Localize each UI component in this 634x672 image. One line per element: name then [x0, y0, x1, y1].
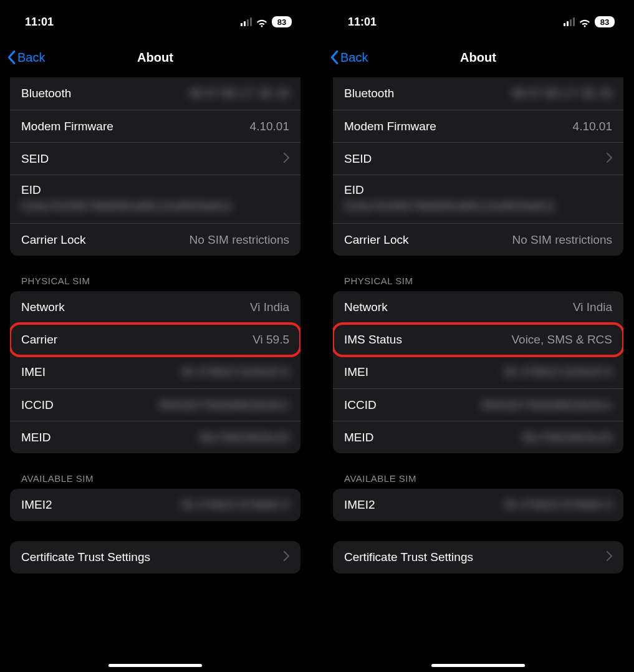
eid-row[interactable]: EID 018a7632867888682a88122a9629a812	[333, 175, 623, 223]
row-label: MEID	[344, 431, 374, 444]
home-indicator[interactable]	[431, 664, 525, 667]
chevron-right-icon	[607, 153, 612, 165]
meid-row[interactable]: MEID 35x78923829x29	[10, 421, 300, 453]
chevron-left-icon	[329, 50, 339, 65]
phone-right: 11:01 83 Back About Bluetooth 88 67 B5 C…	[323, 0, 633, 672]
physical-sim-group: Network Vi India Carrier Vi 59.5 IMEI 35…	[10, 291, 300, 453]
imei2-row[interactable]: IMEI2 35 478923 878984 9	[10, 489, 300, 521]
physical-sim-header: PHYSICAL SIM	[333, 276, 623, 286]
carrier-row[interactable]: Carrier Vi 59.5	[10, 324, 300, 356]
row-label: IMEI2	[344, 498, 375, 512]
row-value: 35x78923829x29	[521, 431, 612, 444]
home-indicator[interactable]	[108, 664, 202, 667]
status-icons: 83	[564, 16, 615, 27]
status-icons: 83	[241, 16, 292, 27]
row-value: 35 478923 878984 9	[181, 498, 289, 512]
device-info-group: Bluetooth 88 67 B5 C7 3E 28 Modem Firmwa…	[333, 77, 623, 256]
available-sim-group: IMEI2 35 478923 878984 9	[333, 489, 623, 521]
row-label: ICCID	[21, 398, 54, 412]
row-label: Bluetooth	[21, 87, 71, 100]
about-content: Bluetooth 88 67 B5 C7 3E 28 Modem Firmwa…	[323, 77, 633, 672]
row-label: SEID	[21, 152, 49, 166]
modem-firmware-row[interactable]: Modem Firmware 4.10.01	[10, 110, 300, 142]
available-sim-group: IMEI2 35 478923 878984 9	[10, 489, 300, 521]
chevron-right-icon	[284, 153, 289, 165]
row-value: 88 67 B5 C7 3E 28	[512, 87, 612, 100]
row-label: Modem Firmware	[21, 120, 113, 133]
phone-left: 11:01 83 Back About Bluetooth 88 67 B5 C…	[0, 0, 310, 672]
row-label: IMEI	[21, 365, 46, 379]
meid-row[interactable]: MEID 35x78923829x29	[333, 421, 623, 453]
physical-sim-header: PHYSICAL SIM	[10, 276, 300, 286]
carrier-lock-row[interactable]: Carrier Lock No SIM restrictions	[10, 223, 300, 256]
physical-sim-group: Network Vi India IMS Status Voice, SMS &…	[333, 291, 623, 453]
row-value: Vi India	[573, 300, 612, 314]
row-label: Certificate Trust Settings	[21, 550, 150, 564]
network-row[interactable]: Network Vi India	[10, 291, 300, 324]
row-value: 4.10.01	[250, 120, 289, 133]
row-label: Certificate Trust Settings	[344, 550, 473, 564]
modem-firmware-row[interactable]: Modem Firmware 4.10.01	[333, 110, 623, 142]
bluetooth-row[interactable]: Bluetooth 88 67 B5 C7 3E 28	[10, 77, 300, 110]
row-label: IMEI2	[21, 498, 52, 512]
imei2-row[interactable]: IMEI2 35 478923 878984 9	[333, 489, 623, 521]
row-label: Carrier Lock	[21, 233, 85, 247]
row-label: Network	[21, 300, 65, 314]
available-sim-header: AVAILABLE SIM	[333, 473, 623, 484]
back-button[interactable]: Back	[329, 50, 368, 65]
eid-row[interactable]: EID 018a7632867888682a88122a9629a812	[10, 175, 300, 223]
available-sim-header: AVAILABLE SIM	[10, 473, 300, 484]
row-label: Network	[344, 300, 388, 314]
carrier-lock-row[interactable]: Carrier Lock No SIM restrictions	[333, 223, 623, 256]
chevron-left-icon	[6, 50, 16, 65]
row-value: 018a7632867888682a88122a9629a812	[21, 199, 232, 213]
row-label: EID	[21, 183, 41, 197]
status-time: 11:01	[25, 16, 54, 29]
row-value: Voice, SMS & RCS	[511, 333, 612, 347]
status-bar: 11:01 83	[323, 6, 633, 37]
row-label: Carrier	[21, 333, 57, 347]
battery-icon: 83	[595, 16, 615, 27]
row-label: IMS Status	[344, 333, 402, 347]
status-time: 11:01	[348, 16, 377, 29]
cert-group: Certificate Trust Settings	[10, 541, 300, 574]
iccid-row[interactable]: ICCID 8991827358288528x8x1	[333, 388, 623, 421]
row-value: No SIM restrictions	[190, 233, 289, 247]
wifi-icon	[256, 17, 268, 26]
ims-status-row[interactable]: IMS Status Voice, SMS & RCS	[333, 324, 623, 356]
back-button[interactable]: Back	[6, 50, 45, 65]
row-value: 4.10.01	[573, 120, 612, 133]
bluetooth-row[interactable]: Bluetooth 88 67 B5 C7 3E 28	[333, 77, 623, 110]
nav-bar: Back About	[323, 44, 633, 71]
back-label: Back	[340, 50, 368, 65]
page-title: About	[323, 50, 633, 65]
row-value: 8991827358288528x8x1	[159, 398, 289, 412]
row-value: 35 478923 878984 9	[504, 498, 612, 512]
imei-row[interactable]: IMEI 35 478923 629429 8	[333, 356, 623, 388]
certificate-trust-row[interactable]: Certificate Trust Settings	[10, 541, 300, 574]
iccid-row[interactable]: ICCID 8991827358288528x8x1	[10, 388, 300, 421]
row-value: Vi India	[250, 300, 289, 314]
row-label: SEID	[344, 152, 372, 166]
imei-row[interactable]: IMEI 35 478923 629429 8	[10, 356, 300, 388]
certificate-trust-row[interactable]: Certificate Trust Settings	[333, 541, 623, 574]
chevron-right-icon	[607, 551, 612, 564]
cellular-signal-icon	[564, 17, 575, 26]
seid-row[interactable]: SEID	[333, 142, 623, 175]
battery-icon: 83	[272, 16, 292, 27]
seid-row[interactable]: SEID	[10, 142, 300, 175]
row-value: 018a7632867888682a88122a9629a812	[344, 199, 555, 213]
row-label: Modem Firmware	[344, 120, 436, 133]
row-label: Bluetooth	[344, 87, 394, 100]
device-info-group: Bluetooth 88 67 B5 C7 3E 28 Modem Firmwa…	[10, 77, 300, 256]
row-value: 35x78923829x29	[198, 431, 289, 444]
row-label: ICCID	[344, 398, 377, 412]
cellular-signal-icon	[241, 17, 252, 26]
cert-group: Certificate Trust Settings	[333, 541, 623, 574]
status-bar: 11:01 83	[0, 6, 310, 37]
network-row[interactable]: Network Vi India	[333, 291, 623, 324]
row-value: 35 478923 629429 8	[181, 365, 289, 379]
chevron-right-icon	[284, 551, 289, 564]
about-content: Bluetooth 88 67 B5 C7 3E 28 Modem Firmwa…	[0, 77, 310, 672]
page-title: About	[0, 50, 310, 65]
